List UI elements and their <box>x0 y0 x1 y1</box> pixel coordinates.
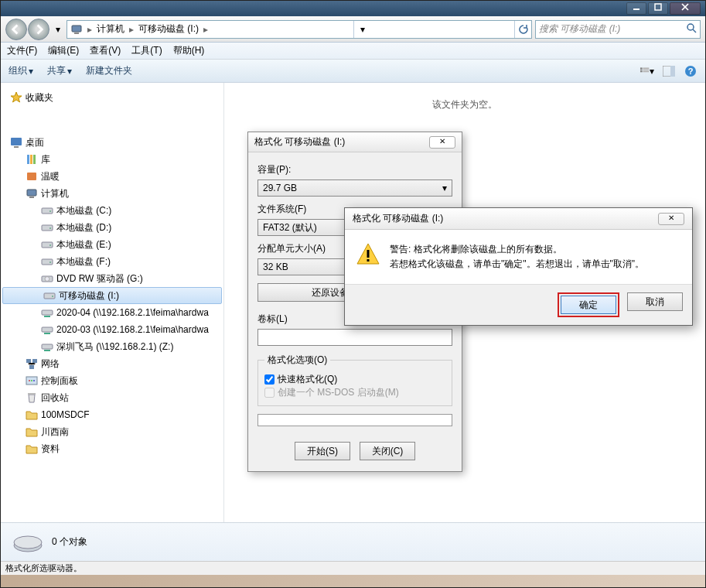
drive-icon <box>41 255 53 268</box>
capacity-combo[interactable]: 29.7 GB▾ <box>258 179 452 197</box>
tree-item[interactable]: 回收站 <box>1 389 223 406</box>
menu-edit[interactable]: 编辑(E) <box>48 44 79 57</box>
format-dialog-close-button[interactable]: ✕ <box>429 136 455 149</box>
minimize-button[interactable] <box>626 2 646 15</box>
computer-icon <box>67 21 86 38</box>
dvd-icon <box>41 272 53 285</box>
preview-pane-button[interactable] <box>662 64 676 78</box>
newfolder-button[interactable]: 新建文件夹 <box>86 64 132 77</box>
drive-icon <box>41 204 53 217</box>
share-button[interactable]: 共享 ▾ <box>47 64 72 77</box>
warning-dialog-title: 格式化 可移动磁盘 (I:) <box>353 212 443 225</box>
folder-icon <box>26 443 38 455</box>
tree-item[interactable]: 网络 <box>1 355 223 372</box>
address-dropdown[interactable]: ▾ <box>353 21 370 38</box>
ok-highlight: 确定 <box>558 292 619 317</box>
tree-item[interactable]: 本地磁盘 (D:) <box>1 219 223 236</box>
help-button[interactable]: ? <box>684 64 697 78</box>
menu-help[interactable]: 帮助(H) <box>173 44 205 57</box>
back-button[interactable] <box>5 19 27 40</box>
close-button[interactable] <box>670 2 701 15</box>
warning-dialog-close-button[interactable]: ✕ <box>658 213 684 225</box>
warning-line2: 若想格式化该磁盘，请单击"确定"。若想退出，请单击"取消"。 <box>390 257 644 272</box>
msdos-checkbox: 创建一个 MS-DOS 启动盘(M) <box>264 386 445 399</box>
breadcrumb-segment[interactable]: 可移动磁盘 (I:) <box>135 21 202 38</box>
view-mode-button[interactable]: ▾ <box>640 64 654 78</box>
drive-large-icon <box>12 530 44 555</box>
blank-icon <box>10 119 22 132</box>
tree-item[interactable]: 温暖 <box>1 168 223 185</box>
menu-file[interactable]: 文件(F) <box>7 44 37 57</box>
svg-rect-21 <box>27 173 36 180</box>
svg-rect-40 <box>32 359 37 363</box>
svg-rect-34 <box>44 293 55 299</box>
tree-item-label: 本地磁盘 (E:) <box>56 238 111 251</box>
history-dropdown[interactable]: ▾ <box>53 19 63 40</box>
tree-item[interactable]: 库 <box>1 151 223 168</box>
svg-point-31 <box>49 262 51 263</box>
tree-item[interactable]: DVD RW 驱动器 (G:) <box>1 270 223 287</box>
tree-item[interactable]: 深圳飞马 (\\192.168.2.1) (Z:) <box>1 338 223 355</box>
maximize-button[interactable] <box>648 2 668 15</box>
tree-item[interactable]: 本地磁盘 (E:) <box>1 236 223 253</box>
drive-icon <box>41 221 53 234</box>
breadcrumb-segment[interactable]: 计算机 <box>94 21 128 38</box>
quick-format-checkbox[interactable]: 快速格式化(Q) <box>264 373 445 386</box>
format-dialog-titlebar[interactable]: 格式化 可移动磁盘 (I:) ✕ <box>248 132 462 152</box>
tree-item-label: 桌面 <box>26 136 44 149</box>
tree-item-label: 网络 <box>41 357 60 371</box>
tree-item-label: 100MSDCF <box>41 409 90 420</box>
tree-item[interactable]: 100MSDCF <box>1 406 223 423</box>
svg-point-43 <box>29 380 30 381</box>
tree-item[interactable]: 本地磁盘 (F:) <box>1 253 223 270</box>
tree-item[interactable]: 控制面板 <box>1 372 223 389</box>
status-bar: 0 个对象 <box>1 522 705 561</box>
svg-rect-49 <box>367 250 370 258</box>
format-options-legend: 格式化选项(O) <box>264 354 330 367</box>
star-icon <box>10 91 22 104</box>
tree-item-label: 深圳飞马 (\\192.168.2.1) (Z:) <box>56 340 173 354</box>
svg-point-44 <box>31 380 32 381</box>
tree-item-label: 温暖 <box>41 170 60 183</box>
nav-bar: ▾ ▸ 计算机 ▸ 可移动磁盘 (I:) ▸ ▾ 搜索 可移动磁盘 (I:) <box>1 16 705 43</box>
tree-item-label: 库 <box>41 153 50 166</box>
svg-point-25 <box>49 210 51 212</box>
svg-rect-13 <box>670 66 675 77</box>
forward-button[interactable] <box>28 19 49 40</box>
menu-tools[interactable]: 工具(T) <box>131 44 162 57</box>
svg-rect-11 <box>643 70 649 72</box>
tree-item-label: 川西南 <box>41 426 69 439</box>
tree-item[interactable]: 收藏夹 <box>1 89 223 106</box>
tree-item[interactable]: 川西南 <box>1 423 223 440</box>
tree-item[interactable]: 2020-04 (\\192.168.2.1\feima\hardwa <box>1 304 223 321</box>
menu-bar: 文件(F) 编辑(E) 查看(V) 工具(T) 帮助(H) <box>1 43 705 60</box>
nav-tree: 收藏夹桌面库温暖计算机本地磁盘 (C:)本地磁盘 (D:)本地磁盘 (E:)本地… <box>1 83 224 522</box>
tree-item[interactable]: 计算机 <box>1 185 223 202</box>
organize-button[interactable]: 组织 ▾ <box>9 64 33 77</box>
drive-icon <box>43 289 56 302</box>
tree-item[interactable]: 资料 <box>1 440 223 457</box>
menu-view[interactable]: 查看(V) <box>90 44 121 57</box>
computer-icon <box>26 187 38 200</box>
volume-input[interactable] <box>258 329 452 346</box>
svg-rect-1 <box>655 4 661 10</box>
address-bar[interactable]: ▸ 计算机 ▸ 可移动磁盘 (I:) ▸ ▾ <box>67 20 532 39</box>
svg-rect-10 <box>643 67 649 70</box>
tree-item[interactable] <box>1 117 223 134</box>
warning-dialog-titlebar[interactable]: 格式化 可移动磁盘 (I:) ✕ <box>345 208 692 230</box>
tree-item[interactable]: 桌面 <box>1 134 223 151</box>
start-button[interactable]: 开始(S) <box>295 442 350 460</box>
tree-item[interactable]: 可移动磁盘 (I:) <box>2 287 222 304</box>
tree-item-label: DVD RW 驱动器 (G:) <box>56 272 143 285</box>
tree-item[interactable]: 2020-03 (\\192.168.2.1\feima\hardwa <box>1 321 223 338</box>
drive-icon <box>41 238 53 251</box>
tree-item[interactable]: 本地磁盘 (C:) <box>1 202 223 219</box>
cpanel-icon <box>26 374 38 387</box>
svg-rect-4 <box>72 26 81 32</box>
refresh-button[interactable] <box>514 21 531 38</box>
close-format-button[interactable]: 关闭(C) <box>360 442 415 460</box>
cancel-button[interactable]: 取消 <box>627 292 683 311</box>
search-input[interactable]: 搜索 可移动磁盘 (I:) <box>535 20 701 39</box>
ok-button[interactable]: 确定 <box>561 296 616 314</box>
svg-rect-9 <box>640 70 643 72</box>
